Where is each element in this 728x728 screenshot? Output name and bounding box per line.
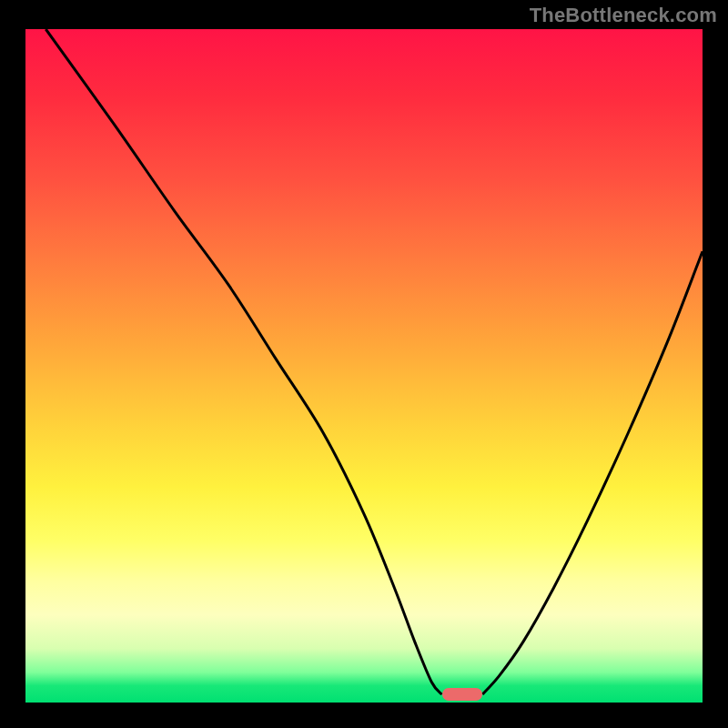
attribution-label: TheBottleneck.com xyxy=(530,4,717,27)
curve-right-branch xyxy=(482,251,703,694)
plot-outer xyxy=(25,29,703,703)
minimum-marker xyxy=(442,688,483,701)
curve-left-branch xyxy=(46,29,441,694)
chart-frame: TheBottleneck.com xyxy=(0,0,728,728)
bottleneck-curve xyxy=(25,29,703,703)
